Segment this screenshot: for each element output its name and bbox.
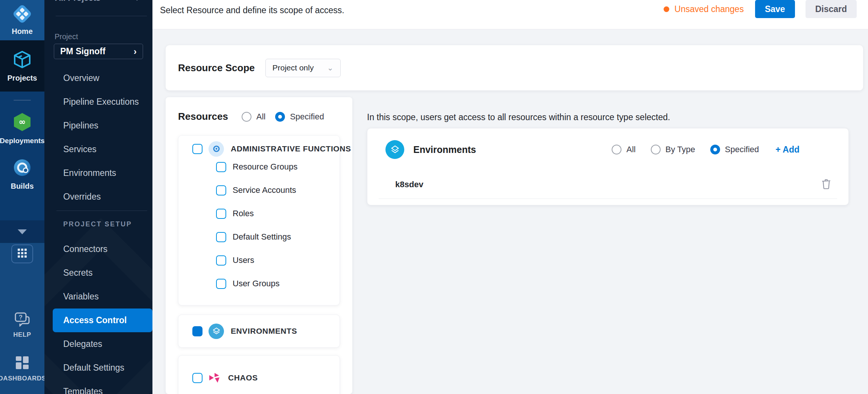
unsaved-changes-badge: Unsaved changes <box>664 4 744 14</box>
environments-checkbox[interactable] <box>192 326 203 336</box>
sidebar-item-overrides[interactable]: Overrides <box>44 185 152 209</box>
save-button[interactable]: Save <box>755 0 795 18</box>
chaos-checkbox[interactable] <box>192 373 203 383</box>
users-label: Users <box>233 255 254 265</box>
module-deployments-label: Deployments <box>0 137 45 145</box>
sidebar-item-environments[interactable]: Environments <box>44 161 152 185</box>
nine-dot-grid-icon <box>17 248 27 260</box>
sidebar-item-pipeline-executions[interactable]: Pipeline Executions <box>44 90 152 114</box>
env-radio-specified[interactable]: Specified <box>710 145 759 154</box>
radio-icon <box>612 145 621 154</box>
module-builds-label: Builds <box>11 182 34 191</box>
chevron-right-icon: › <box>134 46 137 57</box>
help-button[interactable]: ? HELP <box>13 312 31 339</box>
service-accounts-checkbox[interactable] <box>216 185 226 195</box>
roles-checkbox[interactable] <box>216 209 226 219</box>
environments-group-label: ENVIRONMENTS <box>231 327 297 336</box>
project-label: Project <box>55 32 78 41</box>
environments-detail-card: Environments All By Type Specified + Add… <box>367 128 849 205</box>
module-home-label: Home <box>12 27 33 36</box>
add-environment-link[interactable]: + Add <box>775 145 799 155</box>
project-selector[interactable]: PM Signoff › <box>54 44 143 59</box>
admin-functions-group-card: ADMINISTRATIVE FUNCTIONS Resource Groups… <box>178 135 340 305</box>
environment-name: k8sdev <box>395 180 423 189</box>
module-switcher-button[interactable] <box>11 244 33 263</box>
svg-text:?: ? <box>19 314 23 321</box>
resource-scope-dropdown[interactable]: Project only ⌄ <box>265 59 341 77</box>
rail-divider <box>14 100 31 101</box>
module-rail: Home Projects ∞ Deployments <box>0 0 44 394</box>
resources-panel: Resources All Specified ADMINISTRATIVE F… <box>166 97 352 394</box>
sidebar-item-overview[interactable]: Overview <box>44 66 152 90</box>
cube-icon <box>12 50 32 71</box>
roles-label: Roles <box>233 209 254 218</box>
resources-radio-all[interactable]: All <box>242 112 265 122</box>
module-rail-bottom: ? HELP DASHBOARDS <box>0 243 44 394</box>
radio-icon <box>651 145 661 154</box>
unsaved-changes-label: Unsaved changes <box>675 4 744 14</box>
environments-card-title: Environments <box>413 144 476 155</box>
resource-groups-label: Resource Groups <box>233 162 297 172</box>
help-label: HELP <box>13 331 31 339</box>
main-content: Select Resource and define its scope of … <box>152 0 868 394</box>
environments-icon <box>385 140 404 159</box>
environments-group-card: ENVIRONMENTS <box>178 315 340 348</box>
chaos-icon <box>209 372 221 383</box>
env-radio-by-type[interactable]: By Type <box>651 145 695 154</box>
module-builds[interactable]: Builds <box>11 158 34 191</box>
dashboards-button[interactable]: DASHBOARDS <box>0 355 46 382</box>
resources-radio-specified[interactable]: Specified <box>275 112 324 122</box>
discard-button[interactable]: Discard <box>806 0 857 18</box>
resource-scope-value: Project only <box>273 63 314 72</box>
user-groups-checkbox[interactable] <box>216 279 226 289</box>
default-settings-checkbox[interactable] <box>216 232 226 242</box>
trash-icon[interactable] <box>821 179 831 191</box>
radio-label: By Type <box>665 145 695 154</box>
radio-label: Specified <box>725 145 759 154</box>
dashboards-grid-icon <box>15 355 30 372</box>
harness-logo-icon <box>11 2 34 27</box>
default-settings-label: Default Settings <box>233 232 291 242</box>
module-projects-label: Projects <box>8 74 37 82</box>
admin-functions-checkbox[interactable] <box>192 144 203 154</box>
resources-title: Resources <box>178 111 228 122</box>
page-subtitle: Select Resource and define its scope of … <box>160 5 344 15</box>
chaos-group-card: CHAOS <box>178 355 340 394</box>
environments-icon <box>209 324 224 339</box>
user-groups-label: User Groups <box>233 279 280 289</box>
help-chat-icon: ? <box>14 312 30 328</box>
dashboards-label: DASHBOARDS <box>0 375 46 382</box>
row-divider <box>379 199 837 199</box>
svg-text:∞: ∞ <box>19 117 26 127</box>
radio-icon <box>710 145 720 154</box>
builds-circle-icon <box>12 158 32 179</box>
users-checkbox[interactable] <box>216 255 226 266</box>
sidebar-divider <box>56 16 147 16</box>
radio-label: All <box>626 145 635 154</box>
deployments-hexagon-icon: ∞ <box>12 112 32 134</box>
module-projects[interactable]: Projects <box>0 40 44 92</box>
chevron-down-icon <box>18 229 27 234</box>
radio-icon <box>275 112 285 122</box>
diamond-icon <box>132 0 142 3</box>
project-sidebar: All Projects Project PM Signoff › Overvi… <box>44 0 152 394</box>
radio-label: All <box>256 112 265 122</box>
admin-functions-label: ADMINISTRATIVE FUNCTIONS <box>231 144 351 153</box>
module-home[interactable]: Home <box>0 0 44 40</box>
resource-scope-label: Resource Scope <box>178 62 255 74</box>
scope-hint-text: In this scope, users get access to all r… <box>367 112 670 122</box>
resource-groups-checkbox[interactable] <box>216 162 226 172</box>
sidebar-clipped-header-label: All Projects <box>55 0 101 3</box>
admin-functions-icon <box>209 141 224 157</box>
sidebar-item-pipelines[interactable]: Pipelines <box>44 114 152 137</box>
radio-icon <box>242 112 251 122</box>
service-accounts-label: Service Accounts <box>233 185 296 195</box>
module-deployments[interactable]: ∞ Deployments <box>0 112 45 145</box>
sidebar-clipped-header[interactable]: All Projects <box>44 0 152 3</box>
top-bar: Select Resource and define its scope of … <box>152 0 868 29</box>
env-radio-all[interactable]: All <box>612 145 635 154</box>
project-name: PM Signoff <box>60 46 105 57</box>
environment-row-k8sdev: k8sdev <box>367 171 848 199</box>
sidebar-item-services[interactable]: Services <box>44 137 152 161</box>
rail-collapse-strip[interactable] <box>0 220 44 243</box>
